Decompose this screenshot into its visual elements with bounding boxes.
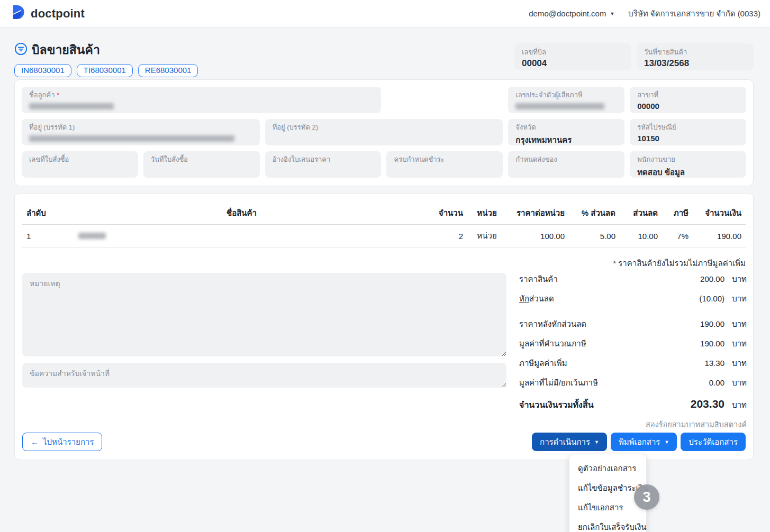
print-document-dropdown-button[interactable]: พิมพ์เอกสาร ▼ xyxy=(611,433,677,451)
company-name: บริษัท จัดการเอกสารขาย จำกัด (0033) xyxy=(628,7,760,20)
document-history-button[interactable]: ประวัติเอกสาร xyxy=(681,433,746,451)
line-items-table: ลำดับ ชื่อสินค้า จำนวน หน่วย ราคาต่อหน่ว… xyxy=(22,205,746,248)
menu-item-preview-document[interactable]: ดูตัวอย่างเอกสาร xyxy=(569,459,646,479)
grand-total-label: จำนวนเงินรวมทั้งสิ้น xyxy=(519,398,666,411)
salesperson-label: พนักงานขาย xyxy=(637,154,739,165)
quotation-ref-field: อ้างอิงใบเสนอราคา xyxy=(265,151,382,178)
delivery-date-label: กำหนดส่งของ xyxy=(515,154,617,165)
tax-id-label: เลขประจำตัวผู้เสียภาษี xyxy=(515,89,617,100)
document-number-badges: IN68030001 TI68030001 RE68030001 xyxy=(14,64,198,77)
postcode-field: รหัสไปรษณีย์ 10150 xyxy=(630,119,746,145)
sale-date-card: วันที่ขายสินค้า 13/03/2568 xyxy=(637,43,754,70)
col-header-discount-percent: % ส่วนลด xyxy=(569,205,620,225)
address1-redacted-value xyxy=(29,135,234,142)
operations-dropdown-button[interactable]: การดำเนินการ ▼ xyxy=(532,433,607,451)
bill-number-value: 00004 xyxy=(522,58,624,69)
vat-exclusion-note: * ราคาสินค้ายังไม่รวมไม่ภาษีมูลค่าเพิ่ม xyxy=(22,257,746,270)
back-to-list-button[interactable]: ← ไปหน้ารายการ xyxy=(22,433,102,451)
salesperson-value: ทดสอบ ข้อมูล xyxy=(637,166,739,178)
due-date-field: ครบกำหนดชำระ xyxy=(386,151,503,178)
cell-discount-percent: 5.00 xyxy=(569,225,620,248)
staff-message-textarea[interactable] xyxy=(22,363,506,388)
currency-label: บาท xyxy=(724,273,747,286)
cell-quantity: 2 xyxy=(430,225,467,248)
cell-unit: หน่วย xyxy=(467,225,506,248)
po-date-field: วันที่ใบสั่งซื้อ xyxy=(143,151,260,178)
currency-label: บาท xyxy=(724,318,747,331)
spacer xyxy=(386,87,503,113)
sale-date-label: วันที่ขายสินค้า xyxy=(644,47,746,58)
after-discount-value: 190.00 xyxy=(666,319,724,328)
table-row: 1 2 หน่วย 100.00 5.00 10.00 7% 190.00 xyxy=(22,225,746,248)
discount-value: (10.00) xyxy=(666,294,724,303)
badge-invoice-number[interactable]: IN68030001 xyxy=(14,64,71,77)
cell-discount: 10.00 xyxy=(620,225,662,248)
province-field: จังหวัด กรุงเทพมหานคร xyxy=(508,119,624,145)
cell-product-name xyxy=(53,225,430,248)
badge-receipt-number[interactable]: RE68030001 xyxy=(138,64,198,77)
currency-label: บาท xyxy=(724,399,747,411)
bill-number-label: เลขที่บิล xyxy=(522,47,624,58)
table-header-row: ลำดับ ชื่อสินค้า จำนวน หน่วย ราคาต่อหน่ว… xyxy=(22,205,746,225)
required-asterisk: * xyxy=(57,91,59,99)
bill-number-card: เลขที่บิล 00004 xyxy=(514,43,631,70)
branch-value: 00000 xyxy=(637,102,739,111)
account-email: demo@doctpoint.com xyxy=(529,9,606,18)
province-value: กรุงเทพมหานคร xyxy=(515,134,617,145)
product-name-redacted xyxy=(78,233,106,239)
col-header-unit-price: ราคาต่อหน่วย xyxy=(506,205,569,225)
currency-label: บาท xyxy=(724,377,747,389)
col-header-unit: หน่วย xyxy=(467,205,506,225)
customer-name-redacted-value xyxy=(29,103,114,109)
col-header-quantity: จำนวน xyxy=(430,205,467,225)
address2-field: ที่อยู่ (บรรทัด 2) xyxy=(265,119,503,145)
line-items-card: ลำดับ ชื่อสินค้า จำนวน หน่วย ราคาต่อหน่ว… xyxy=(14,193,754,460)
col-header-amount: จำนวนเงิน xyxy=(693,205,746,225)
address2-label: ที่อยู่ (บรรทัด 2) xyxy=(273,122,496,133)
taxable-amount-value: 190.00 xyxy=(666,339,724,348)
totals-summary: ราคาสินค้า 200.00 บาท หักส่วนลด (10.00) … xyxy=(519,273,747,430)
chevron-down-icon: ▼ xyxy=(610,11,614,16)
col-header-discount: ส่วนลด xyxy=(620,205,662,225)
total-in-words: สองร้อยสามบาทสามสิบสตางค์ xyxy=(519,418,747,430)
vat-amount-label: ภาษีมูลค่าเพิ่ม xyxy=(519,357,666,370)
top-navbar: doctpoint demo@doctpoint.com ▼ บริษัท จั… xyxy=(0,0,770,27)
currency-label: บาท xyxy=(724,337,747,350)
account-menu[interactable]: demo@doctpoint.com ▼ xyxy=(529,9,614,18)
salesperson-field: พนักงานขาย ทดสอบ ข้อมูล xyxy=(630,151,746,178)
province-label: จังหวัด xyxy=(515,122,617,133)
badge-tax-invoice-number[interactable]: TI68030001 xyxy=(77,64,133,77)
doctpoint-logo-icon xyxy=(10,4,27,23)
quotation-ref-label: อ้างอิงใบเสนอราคา xyxy=(273,154,374,165)
vat-exempt-value: 0.00 xyxy=(666,378,724,387)
chevron-down-icon: ▼ xyxy=(594,439,599,445)
tax-id-field: เลขประจำตัวผู้เสียภาษี xyxy=(508,87,624,113)
postcode-value: 10150 xyxy=(637,134,739,143)
po-number-field: เลขที่ใบสั่งซื้อ xyxy=(22,151,138,178)
chevron-down-icon: ▼ xyxy=(664,439,669,445)
document-filter-icon xyxy=(14,42,28,58)
remark-textarea[interactable] xyxy=(22,273,506,356)
after-discount-label: ราคาหลังหักส่วนลด xyxy=(519,318,666,331)
tax-id-redacted-value xyxy=(515,103,604,109)
menu-item-cancel-receipt[interactable]: ยกเลิกใบเสร็จรับเงิน xyxy=(569,518,646,532)
customer-info-card: ชื่อลูกค้า * เลขประจำตัวผู้เสียภาษี สาขา… xyxy=(14,79,754,186)
col-header-index: ลำดับ xyxy=(22,205,53,225)
grand-total-value: 203.30 xyxy=(666,398,724,410)
branch-field: สาขาที่ 00000 xyxy=(630,87,746,113)
page: doctpoint demo@doctpoint.com ▼ บริษัท จั… xyxy=(0,0,770,532)
discount-label: หักส่วนลด xyxy=(519,292,666,305)
cell-amount: 190.00 xyxy=(693,225,746,248)
due-date-label: ครบกำหนดชำระ xyxy=(394,154,495,165)
sale-date-value: 13/03/2568 xyxy=(644,58,746,69)
col-header-vat: ภาษี xyxy=(662,205,693,225)
cell-vat: 7% xyxy=(662,225,693,248)
subtotal-label: ราคาสินค้า xyxy=(519,273,666,286)
po-number-label: เลขที่ใบสั่งซื้อ xyxy=(29,154,131,165)
currency-label: บาท xyxy=(724,292,747,305)
brand-name: doctpoint xyxy=(31,7,85,21)
subtotal-value: 200.00 xyxy=(666,274,724,283)
brand-logo[interactable]: doctpoint xyxy=(10,4,85,23)
postcode-label: รหัสไปรษณีย์ xyxy=(637,122,739,133)
vat-exempt-label: มูลค่าที่ไม่มี/ยกเว้นภาษี xyxy=(519,377,666,389)
